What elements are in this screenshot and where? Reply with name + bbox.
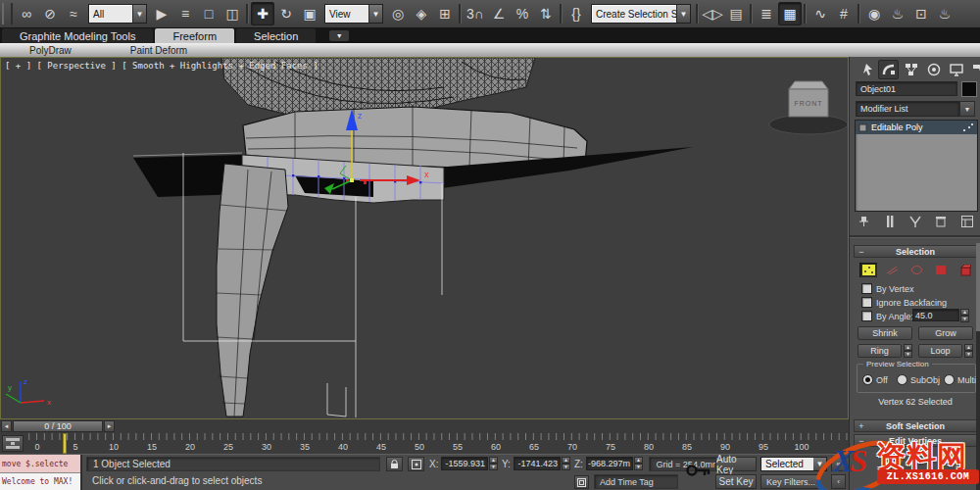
- modifier-stack[interactable]: Editable Poly: [855, 120, 978, 212]
- remove-modifier-button[interactable]: [933, 214, 950, 228]
- select-and-scale-icon[interactable]: ▣: [298, 2, 321, 25]
- utilities-panel-tab[interactable]: [968, 60, 980, 79]
- set-key-button[interactable]: Set Key: [715, 474, 757, 489]
- select-and-rotate-icon[interactable]: ↻: [274, 2, 298, 25]
- graphite-ribbon-toggle-icon[interactable]: ▦: [778, 2, 802, 25]
- x-coord-spinner[interactable]: ▲▼: [489, 457, 498, 470]
- mirror-icon[interactable]: ◁▷: [701, 2, 724, 25]
- selection-rollout-header[interactable]: − Selection: [854, 245, 977, 258]
- absolute-offset-mode-toggle[interactable]: [408, 457, 424, 471]
- hierarchy-panel-tab[interactable]: [901, 60, 921, 79]
- preview-off-radio[interactable]: Off: [862, 374, 888, 385]
- ribbon-panel-polydraw[interactable]: PolyDraw: [0, 45, 101, 56]
- object-name-field[interactable]: Object01: [856, 81, 957, 96]
- time-slider-handle[interactable]: 0 / 100: [13, 420, 103, 432]
- by-angle-spinner[interactable]: ▲▼: [960, 309, 969, 321]
- tab-freeform[interactable]: Freeform: [155, 28, 234, 43]
- spinner-snap-icon[interactable]: ⇅: [534, 2, 558, 25]
- modifier-list-dropdown[interactable]: Modifier List: [856, 101, 959, 117]
- make-unique-button[interactable]: [907, 214, 924, 228]
- time-slider-track[interactable]: ◂ 0 / 100 ▸: [0, 419, 849, 434]
- selection-filter-dropdown[interactable]: All▼: [88, 4, 147, 24]
- schematic-view-icon[interactable]: #: [832, 2, 856, 25]
- time-slider-next-button[interactable]: ▸: [104, 420, 115, 432]
- z-coord-spinner[interactable]: ▲▼: [634, 457, 643, 470]
- auto-key-button[interactable]: Auto Key: [715, 457, 757, 471]
- vertex-subobject-button[interactable]: [859, 263, 877, 277]
- border-subobject-button[interactable]: [907, 263, 925, 277]
- modify-panel-tab[interactable]: [878, 60, 899, 79]
- percent-snap-icon[interactable]: %: [511, 2, 534, 25]
- selection-lock-toggle[interactable]: [386, 457, 403, 471]
- timeline-ruler[interactable]: 0510152025303540455055606570758085909510…: [27, 433, 849, 454]
- grow-button[interactable]: Grow: [918, 326, 973, 340]
- shrink-button[interactable]: Shrink: [858, 326, 912, 340]
- edit-named-selection-sets-icon[interactable]: {}: [564, 2, 588, 25]
- select-by-name-icon[interactable]: ≡: [173, 2, 197, 25]
- motion-panel-tab[interactable]: [923, 60, 944, 79]
- show-end-result-button[interactable]: [881, 214, 898, 228]
- ignore-backfacing-checkbox[interactable]: Ignore Backfacing: [861, 297, 947, 308]
- by-vertex-checkbox[interactable]: By Vertex: [861, 283, 914, 294]
- y-coord-field[interactable]: -1741.423: [514, 457, 561, 470]
- keyboard-override-icon[interactable]: ⊞: [433, 2, 457, 25]
- maxscript-mini-listener[interactable]: move $.selecte Welcome to MAX!: [0, 455, 82, 490]
- loop-spinner[interactable]: ▲▼: [964, 344, 973, 358]
- render-setup-icon[interactable]: ♨: [886, 2, 909, 25]
- time-slider-prev-button[interactable]: ◂: [1, 420, 12, 432]
- rectangular-selection-region-icon[interactable]: □: [197, 2, 220, 25]
- create-panel-tab[interactable]: [856, 60, 876, 79]
- listener-macro-line[interactable]: move $.selecte: [0, 455, 80, 473]
- object-color-swatch[interactable]: [961, 81, 977, 97]
- edge-subobject-button[interactable]: [884, 263, 902, 277]
- rendered-frame-window-icon[interactable]: ⊡: [909, 2, 933, 25]
- add-time-tag[interactable]: Add Time Tag: [594, 474, 678, 489]
- display-panel-tab[interactable]: [946, 60, 966, 79]
- select-and-manipulate-icon[interactable]: ◈: [410, 2, 433, 25]
- layer-manager-icon[interactable]: ≣: [755, 2, 778, 25]
- select-and-link-icon[interactable]: ∞: [15, 2, 38, 25]
- x-coord-field[interactable]: -1559.931: [441, 457, 488, 470]
- select-and-move-icon[interactable]: ✚: [251, 2, 274, 25]
- angle-snap-icon[interactable]: ∠: [487, 2, 511, 25]
- stack-item-editable-poly[interactable]: Editable Poly: [856, 121, 977, 134]
- z-coord-field[interactable]: -968.297m: [586, 457, 633, 470]
- ribbon-panel-paint-deform[interactable]: Paint Deform: [101, 45, 217, 56]
- ring-button[interactable]: Ring: [858, 344, 902, 358]
- current-frame-caret[interactable]: [63, 433, 67, 454]
- polygon-subobject-button[interactable]: [932, 263, 950, 277]
- curve-editor-icon[interactable]: ∿: [808, 2, 832, 25]
- panel-scrollbar-thumb[interactable]: [976, 243, 980, 331]
- tab-selection[interactable]: Selection: [236, 28, 316, 43]
- mini-curve-editor-button[interactable]: [2, 435, 24, 452]
- reference-coordinate-dropdown[interactable]: View▼: [324, 4, 383, 24]
- perspective-viewport[interactable]: z x FRONT z x: [0, 57, 849, 419]
- modifier-list-arrow[interactable]: ▼: [959, 101, 975, 117]
- toolbar-drag-handle[interactable]: [2, 3, 13, 24]
- unlink-selection-icon[interactable]: ⊘: [38, 2, 62, 25]
- render-production-icon[interactable]: ♨: [933, 2, 956, 25]
- preview-multi-radio[interactable]: Multi: [944, 374, 976, 385]
- listener-welcome-line[interactable]: Welcome to MAX!: [0, 473, 80, 490]
- select-object-icon[interactable]: ▶: [150, 2, 173, 25]
- y-coord-spinner[interactable]: ▲▼: [562, 457, 570, 470]
- viewport-label[interactable]: [ + ] [ Perspective ] [ Smooth + Highlig…: [5, 61, 318, 71]
- pin-stack-button[interactable]: [856, 214, 872, 228]
- bind-to-space-warp-icon[interactable]: ≈: [62, 2, 85, 25]
- loop-button[interactable]: Loop: [918, 344, 962, 358]
- viewcube[interactable]: FRONT: [769, 81, 848, 134]
- ribbon-minimize-button[interactable]: ▼: [329, 30, 349, 41]
- soft-selection-rollout-header[interactable]: + Soft Selection: [854, 419, 977, 432]
- ring-spinner[interactable]: ▲▼: [904, 344, 912, 358]
- by-angle-field[interactable]: 45.0: [912, 309, 959, 321]
- align-icon[interactable]: ▤: [724, 2, 748, 25]
- use-pivot-point-center-icon[interactable]: ◎: [386, 2, 410, 25]
- snaps-toggle-3d-icon[interactable]: 3∩: [464, 2, 487, 25]
- element-subobject-button[interactable]: [956, 263, 973, 277]
- by-angle-checkbox[interactable]: By Angle:: [861, 311, 913, 321]
- isolate-selection-toggle[interactable]: [574, 475, 589, 489]
- configure-modifier-sets-button[interactable]: [958, 214, 975, 228]
- tab-graphite-modeling-tools[interactable]: Graphite Modeling Tools: [2, 28, 153, 43]
- preview-subobj-radio[interactable]: SubObj: [897, 374, 940, 385]
- named-selection-sets-dropdown[interactable]: Create Selection Se▼: [591, 4, 691, 24]
